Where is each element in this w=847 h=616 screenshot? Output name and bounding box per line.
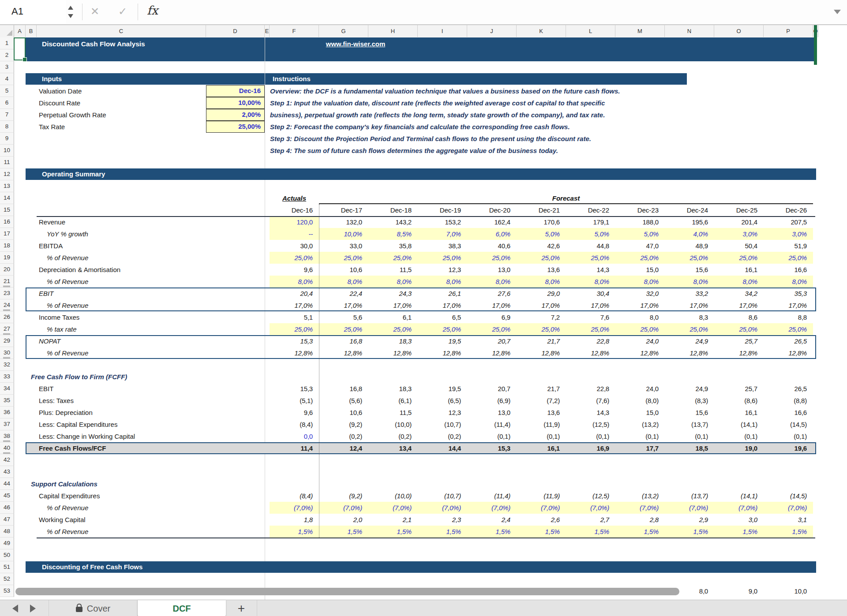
cell[interactable]: 9,6 [270, 264, 319, 276]
cell[interactable]: 20,7 [467, 383, 517, 395]
cell[interactable]: (0,2) [319, 430, 368, 442]
row-header[interactable]: 24 [0, 299, 14, 311]
cell[interactable]: (8,3) [665, 395, 714, 407]
cell[interactable]: 18,5 [665, 442, 714, 454]
period-header-cell[interactable]: Dec-19 [418, 204, 467, 216]
cell[interactable]: 8,0% [566, 276, 615, 287]
row-header[interactable]: 16 [0, 216, 14, 228]
cell[interactable]: 30,4 [566, 287, 615, 299]
cell[interactable]: 19,0 [714, 442, 764, 454]
cell[interactable]: 13,6 [517, 407, 566, 418]
cell[interactable]: 2,4 [467, 514, 517, 526]
row-header[interactable]: 27 [0, 323, 14, 335]
cell[interactable]: 20,4 [270, 287, 319, 299]
cell[interactable]: 12,8% [319, 347, 368, 359]
cell[interactable]: 1,5% [270, 526, 319, 538]
cell[interactable]: 195,6 [665, 216, 714, 228]
cell[interactable]: (14,5) [764, 418, 813, 430]
row-header[interactable]: 26 [0, 311, 14, 323]
cell[interactable]: 17,0% [665, 299, 714, 311]
cell[interactable]: (11,4) [467, 490, 517, 502]
cell[interactable]: (14,5) [764, 490, 813, 502]
row-header[interactable]: 21 [0, 276, 14, 287]
cell[interactable]: 1,5% [665, 526, 714, 538]
row-header[interactable]: 1 [0, 37, 14, 49]
cell[interactable]: 24,9 [665, 383, 714, 395]
row-header[interactable]: 7 [0, 109, 14, 121]
cell[interactable]: 6,5 [418, 311, 467, 323]
cell[interactable]: 8,0% [764, 276, 813, 287]
cell[interactable]: 25,0% [418, 323, 467, 335]
cell[interactable]: 8,0% [319, 276, 368, 287]
cell[interactable]: (13,7) [665, 418, 714, 430]
cell[interactable]: 8,0% [467, 276, 517, 287]
cell[interactable]: 16,1 [714, 407, 764, 418]
cancel-icon[interactable]: ✕ [90, 5, 99, 18]
cell[interactable]: 15,6 [665, 264, 714, 276]
cell[interactable]: 25,0% [517, 252, 566, 264]
cell[interactable]: (14,1) [714, 490, 764, 502]
horizontal-scrollbar[interactable] [15, 588, 679, 595]
cell[interactable]: 5,0% [566, 228, 615, 240]
cell[interactable]: (6,5) [418, 395, 467, 407]
cell[interactable]: 5,0% [517, 228, 566, 240]
period-header-cell[interactable]: Dec-16 [270, 204, 319, 216]
next-sheet-icon[interactable] [30, 605, 36, 612]
cell[interactable]: 188,0 [615, 216, 665, 228]
cell[interactable]: 12,4 [319, 442, 368, 454]
row-header[interactable]: 36 [0, 407, 14, 418]
row-header[interactable]: 8 [0, 121, 14, 133]
cell[interactable]: 2,1 [368, 514, 418, 526]
cell[interactable]: 25,7 [714, 335, 764, 347]
cell[interactable]: (10,7) [418, 490, 467, 502]
cell[interactable]: (7,0%) [319, 502, 368, 514]
cell[interactable]: 10,0% [319, 228, 368, 240]
cell[interactable]: 19,6 [764, 442, 813, 454]
cell[interactable]: 50,4 [714, 240, 764, 252]
cell[interactable]: 179,1 [566, 216, 615, 228]
cell[interactable]: 51,9 [764, 240, 813, 252]
cell[interactable]: 25,0% [418, 252, 467, 264]
name-box-spinner[interactable] [67, 5, 74, 19]
cell[interactable]: 33,2 [665, 287, 714, 299]
cell[interactable]: 26,1 [418, 287, 467, 299]
input-cell[interactable]: Dec-16 [206, 85, 265, 97]
cell[interactable]: 12,8% [615, 347, 665, 359]
cell[interactable]: 25,0% [615, 252, 665, 264]
cell[interactable]: 9,0 [714, 585, 764, 597]
cell[interactable]: 8,8 [764, 311, 813, 323]
period-header-cell[interactable]: Dec-22 [566, 204, 615, 216]
row-header[interactable]: 53 [0, 585, 14, 597]
cell[interactable]: (13,2) [615, 490, 665, 502]
name-box[interactable]: A1 [0, 0, 66, 23]
cell[interactable]: 17,0% [467, 299, 517, 311]
row-header[interactable]: 15 [0, 204, 14, 216]
cell[interactable]: (7,0%) [714, 502, 764, 514]
cell[interactable]: (8,6) [714, 395, 764, 407]
column-header[interactable]: J [467, 25, 517, 37]
cell[interactable]: -- [270, 228, 319, 240]
cell[interactable]: (7,0%) [467, 502, 517, 514]
cell[interactable]: 24,9 [665, 335, 714, 347]
cell[interactable]: 16,8 [319, 383, 368, 395]
cell[interactable]: 21,7 [517, 335, 566, 347]
row-header[interactable]: 14 [0, 192, 14, 204]
row-header[interactable]: 13 [0, 180, 14, 192]
cell[interactable]: 17,0% [517, 299, 566, 311]
cell[interactable]: 40,6 [467, 240, 517, 252]
cell[interactable]: (7,0%) [418, 502, 467, 514]
cell[interactable]: 12,8% [270, 347, 319, 359]
cell[interactable]: 25,0% [467, 252, 517, 264]
cell[interactable]: (8,8) [764, 395, 813, 407]
tab-dcf[interactable]: DCF [138, 600, 226, 616]
cell[interactable]: 10,6 [319, 264, 368, 276]
row-header[interactable]: 35 [0, 395, 14, 407]
cell[interactable]: 11,5 [368, 264, 418, 276]
cell[interactable]: (9,2) [319, 418, 368, 430]
cell[interactable]: 15,6 [665, 407, 714, 418]
row-header[interactable]: 47 [0, 514, 14, 526]
cell[interactable]: (0,1) [764, 430, 813, 442]
cell[interactable]: 8,0% [714, 276, 764, 287]
cell[interactable]: 13,0 [467, 407, 517, 418]
cell[interactable]: 8,0% [665, 276, 714, 287]
